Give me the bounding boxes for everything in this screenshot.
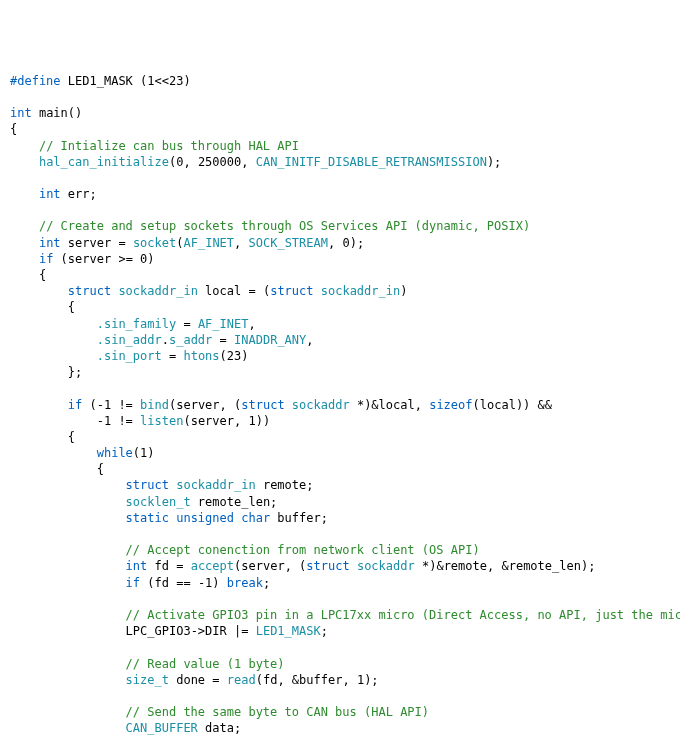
ident: done [176,673,205,687]
type: sockaddr_in [176,478,255,492]
call: read [227,673,256,687]
type: sockaddr_in [118,284,197,298]
ident: fd [155,576,169,590]
preproc: #define [10,74,61,88]
kw: struct [270,284,313,298]
kw: unsigned [176,511,234,525]
num: 0 [342,236,349,250]
op: * [422,559,429,573]
num: -1 [198,576,212,590]
field: .sin_family [97,317,176,331]
op: << [155,74,169,88]
const: CAN_INITF_DISABLE_RETRANSMISSION [256,155,487,169]
kw: if [126,576,140,590]
kw-int: int [10,106,32,120]
comment: // Intialize can bus through HAL API [39,139,299,153]
type: sockaddr [292,398,350,412]
call: htons [183,349,219,363]
type: sockaddr_in [321,284,400,298]
num: 23 [169,74,183,88]
call: bind [140,398,169,412]
op: = [183,317,190,331]
ident: server [68,236,111,250]
kw: break [227,576,263,590]
ident: data [205,721,234,735]
op: & [371,398,378,412]
kw: struct [126,478,169,492]
op: == [176,576,190,590]
op: && [538,398,552,412]
num: 1 [357,673,364,687]
op: . [162,333,169,347]
op: |= [234,624,248,638]
type: sockaddr [357,559,415,573]
op: & [436,559,443,573]
call: accept [191,559,234,573]
ident: server [241,559,284,573]
ident: buffer [277,511,320,525]
field: .sin_port [97,349,162,363]
op: = [220,333,227,347]
num: 1 [140,446,147,460]
ident: fd [155,559,169,573]
comment: // Read value (1 byte) [126,657,285,671]
ident: err [68,187,90,201]
op: = [248,284,255,298]
code-block: #define LED1_MASK (1<<23) int main() { /… [10,73,670,737]
ident: LPC_GPIO3 [126,624,191,638]
num: 1 [147,74,154,88]
kw: if [39,252,53,266]
kw: while [97,446,133,460]
op: & [501,559,508,573]
ident: remote [263,478,306,492]
op: != [118,398,132,412]
type: size_t [126,673,169,687]
ident: server [68,252,111,266]
ident: server [191,414,234,428]
ident: buffer [299,673,342,687]
op: * [357,398,364,412]
const: SOCK_STREAM [249,236,328,250]
const: INADDR_ANY [234,333,306,347]
kw: struct [68,284,111,298]
const: AF_INET [183,236,234,250]
type: CAN_BUFFER [126,721,198,735]
comment: // Create and setup sockets through OS S… [39,219,530,233]
comment: // Activate GPIO3 pin in a LPC17xx micro… [126,608,680,622]
kw: sizeof [429,398,472,412]
op: = [212,673,219,687]
ident: remote_len [198,495,270,509]
call: hal_can_initialize [39,155,169,169]
kw: char [241,511,270,525]
const: LED1_MASK [256,624,321,638]
macro-name: LED1_MASK [68,74,133,88]
fn-main: main [39,106,68,120]
op: & [292,673,299,687]
type: socklen_t [126,495,191,509]
kw: int [39,236,61,250]
ident: local [480,398,516,412]
ident: server [176,398,219,412]
ident: DIR [205,624,227,638]
num: 250000 [198,155,241,169]
ident: fd [263,673,277,687]
num: 0 [140,252,147,266]
kw: struct [241,398,284,412]
ident: local [379,398,415,412]
op: != [118,414,132,428]
op: -> [191,624,205,638]
field: s_addr [169,333,212,347]
num: -1 [97,414,111,428]
kw: int [126,559,148,573]
kw: struct [306,559,349,573]
field: .sin_addr [97,333,162,347]
kw: if [68,398,82,412]
num: 23 [227,349,241,363]
op: = [118,236,125,250]
comment: // Send the same byte to CAN bus (HAL AP… [126,705,429,719]
ident: remote_len [509,559,581,573]
call: listen [140,414,183,428]
num: 1 [248,414,255,428]
kw: int [39,187,61,201]
op: = [169,349,176,363]
